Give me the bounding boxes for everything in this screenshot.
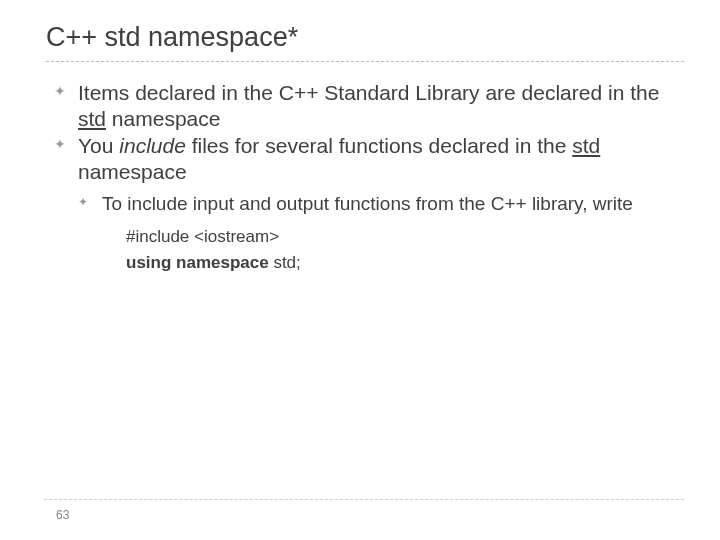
bold-text: using namespace [126,253,269,272]
italic-text: include [119,134,186,157]
text: files for several functions declared in … [186,134,572,157]
text: std; [269,253,301,272]
bullet-list: Items declared in the C++ Standard Libra… [54,80,684,275]
text: namespace [78,160,187,183]
sub-bullet-item: To include input and output functions fr… [78,192,684,275]
text: To include input and output functions fr… [102,193,633,214]
slide: C++ std namespace* Items declared in the… [0,0,720,540]
code-line: using namespace std; [126,250,684,276]
sub-bullet-list: To include input and output functions fr… [78,192,684,275]
bullet-item: Items declared in the C++ Standard Libra… [54,80,684,131]
underline-text: std [572,134,600,157]
text: namespace [106,107,220,130]
text: You [78,134,119,157]
bullet-item: You include files for several functions … [54,133,684,275]
slide-title: C++ std namespace* [46,22,684,62]
page-number: 63 [56,508,69,522]
footer-divider [44,499,684,500]
text: Items declared in the C++ Standard Libra… [78,81,659,104]
underline-text: std [78,107,106,130]
code-line: #include <iostream> [126,224,684,250]
code-block: #include <iostream> using namespace std; [126,224,684,275]
